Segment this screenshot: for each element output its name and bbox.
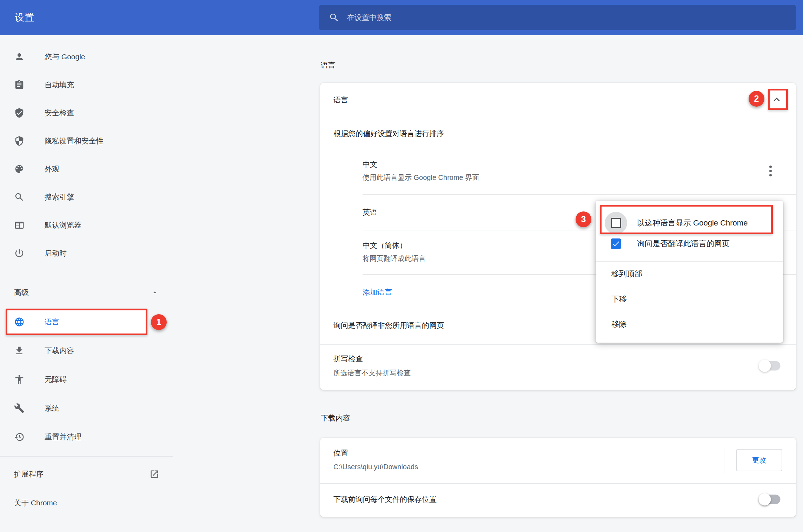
annotation-badge-3: 3 xyxy=(576,211,591,227)
startup-power-icon xyxy=(14,248,25,258)
safety-check-icon xyxy=(14,108,25,118)
menu-item-label: 移到顶部 xyxy=(611,269,642,279)
downloads-icon xyxy=(14,345,25,356)
sidebar-label: 系统 xyxy=(45,403,59,413)
sidebar-item-safety-check[interactable]: 安全检查 xyxy=(0,99,197,127)
menu-item-label: 移除 xyxy=(611,319,627,330)
spellcheck-title: 拼写检查 xyxy=(333,354,363,364)
check-icon xyxy=(612,240,620,248)
language-name: 中文（简体） xyxy=(363,241,407,250)
ask-translate-checkbox[interactable] xyxy=(611,238,621,249)
sidebar-item-accessibility[interactable]: 无障碍 xyxy=(0,365,197,393)
sidebar-item-extensions[interactable]: 扩展程序 xyxy=(0,460,197,488)
order-languages-hint: 根据您的偏好设置对语言进行排序 xyxy=(333,129,444,139)
sidebar-item-appearance[interactable]: 外观 xyxy=(0,155,197,183)
search-icon xyxy=(329,12,339,23)
sidebar-label: 您与 Google xyxy=(45,52,85,62)
sidebar-item-you-and-google[interactable]: 您与 Google xyxy=(0,43,197,71)
person-icon xyxy=(14,52,25,62)
language-more-actions-button[interactable] xyxy=(762,162,779,179)
language-name: 中文 xyxy=(363,160,377,169)
sidebar-item-search-engine[interactable]: 搜索引擎 xyxy=(0,183,197,211)
page-title: 设置 xyxy=(15,11,34,24)
sidebar-label: 外观 xyxy=(45,164,59,174)
sidebar-advanced-toggle[interactable]: 高级 xyxy=(0,278,197,307)
sidebar-label: 安全检查 xyxy=(45,108,74,118)
sidebar-label: 重置并清理 xyxy=(45,432,81,442)
appearance-palette-icon xyxy=(14,164,25,174)
sidebar-label: 无障碍 xyxy=(45,375,67,384)
ask-translate-row-label: 询问是否翻译非您所用语言的网页 xyxy=(333,321,444,330)
spellcheck-desc: 所选语言不支持拼写检查 xyxy=(333,368,411,378)
spellcheck-toggle[interactable] xyxy=(761,361,781,371)
annotation-badge-2: 2 xyxy=(749,91,764,107)
settings-search-input[interactable]: 在设置中搜索 xyxy=(319,5,796,30)
search-placeholder: 在设置中搜索 xyxy=(347,13,391,22)
accessibility-icon xyxy=(14,374,25,385)
languages-section-title: 语言 xyxy=(321,60,336,70)
sidebar-item-system[interactable]: 系统 xyxy=(0,394,197,422)
sidebar-item-downloads[interactable]: 下载内容 xyxy=(0,337,197,365)
sidebar-label: 下载内容 xyxy=(45,346,74,356)
change-button-label: 更改 xyxy=(752,456,766,465)
download-location-label: 位置 xyxy=(333,448,348,458)
sidebar-item-default-browser[interactable]: 默认浏览器 xyxy=(0,211,197,239)
search-engine-icon xyxy=(14,192,25,202)
menu-item-ask-translate[interactable]: 询问是否翻译此语言的网页 xyxy=(596,234,783,255)
sidebar-item-about-chrome[interactable]: 关于 Chrome xyxy=(0,489,197,517)
annotation-badge-1: 1 xyxy=(151,314,167,330)
download-location-path: C:\Users\qiu.yu\Downloads xyxy=(333,463,418,471)
advanced-label: 高级 xyxy=(14,288,29,297)
chrome-settings-page: 设置 在设置中搜索 您与 Google 自动填充 安全检查 隐私设置和安全性 xyxy=(0,0,803,532)
card-title: 语言 xyxy=(333,95,348,105)
autofill-icon xyxy=(14,80,25,90)
header-bar: 设置 在设置中搜索 xyxy=(0,0,803,35)
system-wrench-icon xyxy=(14,403,25,413)
privacy-shield-icon xyxy=(14,136,25,146)
sidebar-label: 关于 Chrome xyxy=(14,498,57,508)
reset-cleanup-icon xyxy=(14,432,25,442)
language-desc: 将网页翻译成此语言 xyxy=(363,254,426,263)
menu-item-remove[interactable]: 移除 xyxy=(596,313,783,335)
change-location-button[interactable]: 更改 xyxy=(736,449,782,471)
language-name: 英语 xyxy=(363,207,377,217)
collapse-caret-icon xyxy=(151,289,159,296)
menu-item-move-down[interactable]: 下移 xyxy=(596,288,783,310)
sidebar-item-reset-cleanup[interactable]: 重置并清理 xyxy=(0,423,197,451)
default-browser-icon xyxy=(14,220,25,230)
language-desc: 使用此语言显示 Google Chrome 界面 xyxy=(363,173,479,182)
open-in-new-icon xyxy=(150,469,159,479)
sidebar-item-autofill[interactable]: 自动填充 xyxy=(0,71,197,99)
row-divider xyxy=(320,483,796,484)
menu-item-label: 下移 xyxy=(611,294,627,304)
sidebar-label: 自动填充 xyxy=(45,80,74,90)
sidebar-divider xyxy=(0,456,173,457)
ask-each-download-toggle[interactable] xyxy=(761,495,781,504)
row-divider xyxy=(363,194,796,195)
menu-item-label: 询问是否翻译此语言的网页 xyxy=(637,238,730,249)
downloads-section-title: 下载内容 xyxy=(321,413,350,423)
sidebar-label: 扩展程序 xyxy=(14,469,44,479)
annotation-box-step1 xyxy=(6,309,147,335)
menu-divider xyxy=(596,261,783,262)
add-language-link[interactable]: 添加语言 xyxy=(363,287,392,297)
sidebar-label: 默认浏览器 xyxy=(45,220,81,230)
sidebar-item-privacy-security[interactable]: 隐私设置和安全性 xyxy=(0,127,197,155)
sidebar-label: 搜索引擎 xyxy=(45,192,74,202)
button-divider xyxy=(724,448,724,473)
ask-each-download-label: 下载前询问每个文件的保存位置 xyxy=(333,494,437,504)
annotation-box-step3 xyxy=(600,205,773,234)
sidebar-item-on-startup[interactable]: 启动时 xyxy=(0,239,197,267)
downloads-card: 位置 C:\Users\qiu.yu\Downloads 更改 下载前询问每个文… xyxy=(320,438,796,517)
menu-item-move-top[interactable]: 移到顶部 xyxy=(596,263,783,285)
annotation-box-step2 xyxy=(768,89,788,110)
sidebar-label: 隐私设置和安全性 xyxy=(45,136,104,146)
section-divider xyxy=(320,344,796,345)
sidebar-label: 启动时 xyxy=(45,248,67,258)
